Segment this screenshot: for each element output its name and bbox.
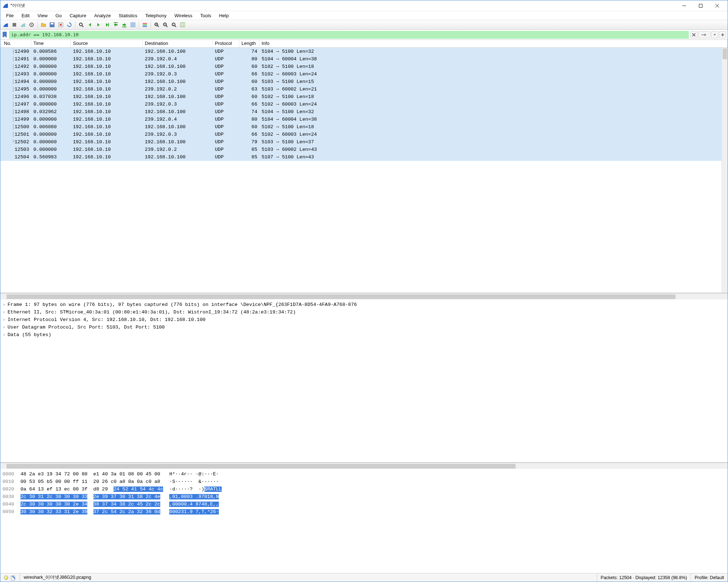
menu-go[interactable]: Go — [52, 12, 65, 19]
auto-scroll-button[interactable] — [129, 21, 137, 29]
hex-row[interactable]: 00402c 30 30 30 30 30 2e 34 38 37 34 38 … — [3, 500, 725, 508]
col-len[interactable]: Length — [239, 40, 259, 47]
packet-row[interactable]: │124990.000000192.168.10.10239.192.0.4UD… — [0, 116, 728, 123]
menu-analyze[interactable]: Analyze — [91, 12, 114, 19]
apply-filter-button[interactable] — [698, 31, 710, 38]
zoom-out-button[interactable] — [161, 21, 169, 29]
details-hscroll[interactable] — [0, 463, 728, 469]
svg-rect-1 — [699, 4, 702, 7]
go-forward-button[interactable] — [95, 21, 102, 29]
status-profile-label: Profile: Default — [695, 575, 724, 580]
hex-row[interactable]: 00302c 30 31 2c 30 30 30 33 2e 39 37 30 … — [3, 493, 725, 500]
packet-bytes-pane[interactable]: 000048 2a e3 19 34 72 00 80 e1 40 3a 01 … — [0, 469, 728, 573]
packet-row[interactable]: │124910.000000192.168.10.10239.192.0.4UD… — [0, 55, 728, 63]
packet-row[interactable]: │124960.037038192.168.10.10192.168.10.10… — [0, 93, 728, 101]
menu-help[interactable]: Help — [216, 12, 232, 19]
close-button[interactable] — [709, 0, 725, 11]
svg-rect-22 — [143, 24, 147, 25]
detail-line[interactable]: Data (55 bytes) — [3, 331, 725, 339]
close-file-button[interactable] — [57, 21, 65, 29]
window-title: *이더넷 — [10, 3, 676, 9]
go-to-packet-button[interactable] — [103, 21, 111, 29]
svg-rect-21 — [143, 23, 147, 24]
menu-capture[interactable]: Capture — [66, 12, 90, 19]
menu-statistics[interactable]: Statistics — [115, 12, 141, 19]
menu-edit[interactable]: Edit — [18, 12, 33, 19]
packet-list-pane[interactable]: No. Time Source Destination Protocol Len… — [0, 40, 728, 293]
menu-wireless[interactable]: Wireless — [171, 12, 196, 19]
titlebar: *이더넷 — [0, 0, 728, 11]
detail-line[interactable]: Ethernet II, Src: STMicroe_40:3a:01 (00:… — [3, 308, 725, 316]
detail-line[interactable]: Internet Protocol Version 4, Src: 192.16… — [3, 316, 725, 323]
hex-row[interactable]: 000048 2a e3 19 34 72 00 80 e1 40 3a 01 … — [3, 470, 725, 478]
hex-row[interactable]: 00200a 64 13 ef 13 ec 00 3f d8 29 24 52 … — [3, 485, 725, 493]
menu-file[interactable]: File — [3, 12, 17, 19]
status-expert[interactable] — [0, 573, 20, 582]
packet-row[interactable]: │124930.000000192.168.10.10239.192.0.3UD… — [0, 70, 728, 78]
open-file-button[interactable] — [40, 21, 47, 29]
zoom-reset-button[interactable]: 1 — [170, 21, 178, 29]
menubar: FileEditViewGoCaptureAnalyzeStatisticsTe… — [0, 11, 728, 20]
packet-row[interactable]: └125020.000000192.168.10.10192.168.10.10… — [0, 138, 728, 146]
bookmark-icon[interactable] — [2, 31, 8, 38]
svg-point-6 — [31, 24, 32, 25]
app-window: *이더넷 FileEditViewGoCaptureAnalyzeStatist… — [0, 0, 728, 582]
reload-button[interactable] — [65, 21, 73, 29]
zoom-in-button[interactable] — [153, 21, 161, 29]
toolbar: 1 — [0, 20, 728, 30]
packet-row[interactable]: │124980.032962192.168.10.10192.168.10.10… — [0, 108, 728, 116]
svg-text:1: 1 — [173, 24, 174, 26]
statusbar: wireshark_이더넷J86G20.pcapng Packets: 1250… — [0, 573, 728, 582]
packet-list-hscroll[interactable] — [0, 293, 728, 299]
hex-row[interactable]: 005030 30 30 32 33 31 2e 39 37 2c 54 2c … — [3, 508, 725, 516]
packet-row[interactable]: │124920.000000192.168.10.10192.168.10.10… — [0, 63, 728, 70]
stop-capture-button[interactable] — [10, 21, 18, 29]
packet-list-header[interactable]: No. Time Source Destination Protocol Len… — [0, 40, 728, 48]
packet-row[interactable]: │124970.000000192.168.10.10239.192.0.3UD… — [0, 101, 728, 108]
packet-row[interactable]: 125030.000000192.168.10.10239.192.0.2UDP… — [0, 146, 728, 153]
col-proto[interactable]: Protocol — [213, 40, 239, 47]
packet-list-vscroll[interactable] — [722, 48, 728, 293]
detail-line[interactable]: Frame 1: 97 bytes on wire (776 bits), 97… — [3, 301, 725, 308]
status-file[interactable]: wireshark_이더넷J86G20.pcapng — [20, 573, 597, 582]
col-dst[interactable]: Destination — [143, 40, 213, 47]
capture-options-button[interactable] — [28, 21, 36, 29]
col-src[interactable]: Source — [71, 40, 143, 47]
packet-row[interactable]: ├124900.008586192.168.10.10192.168.10.10… — [0, 48, 728, 55]
packet-row[interactable]: │125000.006080192.168.10.10192.168.10.10… — [0, 123, 728, 131]
menu-tools[interactable]: Tools — [197, 12, 215, 19]
col-info[interactable]: Info — [259, 40, 728, 47]
svg-rect-34 — [180, 23, 185, 27]
col-time[interactable]: Time — [31, 40, 71, 47]
hex-row[interactable]: 001000 53 05 b5 00 00 ff 11 20 26 c0 a8 … — [3, 478, 725, 485]
edit-capture-comment-icon[interactable] — [10, 575, 16, 581]
packet-row[interactable]: │124950.000000192.168.10.10239.192.0.2UD… — [0, 85, 728, 93]
colorize-button[interactable] — [141, 21, 149, 29]
add-filter-button[interactable] — [719, 31, 726, 38]
start-capture-button[interactable] — [2, 21, 10, 29]
go-back-button[interactable] — [86, 21, 94, 29]
packet-row[interactable]: │125010.000000192.168.10.10239.192.0.3UD… — [0, 131, 728, 138]
packet-details-pane[interactable]: Frame 1: 97 bytes on wire (776 bits), 97… — [0, 299, 728, 463]
restart-capture-button[interactable] — [19, 21, 27, 29]
menu-view[interactable]: View — [34, 12, 51, 19]
svg-line-13 — [82, 25, 83, 27]
svg-rect-4 — [13, 23, 16, 27]
minimize-button[interactable] — [676, 0, 692, 11]
save-file-button[interactable] — [48, 21, 56, 29]
status-profile[interactable]: Profile: Default — [691, 573, 728, 582]
maximize-button[interactable] — [692, 0, 709, 11]
filter-history-button[interactable] — [711, 31, 718, 38]
go-last-button[interactable] — [120, 21, 128, 29]
packet-row[interactable]: 125040.560983192.168.10.10192.168.10.100… — [0, 153, 728, 161]
resize-columns-button[interactable] — [179, 21, 186, 29]
go-first-button[interactable] — [112, 21, 120, 29]
display-filter-input[interactable] — [9, 31, 689, 39]
detail-line[interactable]: User Datagram Protocol, Src Port: 5103, … — [3, 323, 725, 331]
find-button[interactable] — [77, 21, 85, 29]
col-no[interactable]: No. — [2, 40, 31, 47]
menu-telephony[interactable]: Telephony — [142, 12, 170, 19]
clear-filter-button[interactable] — [690, 31, 697, 38]
packet-row[interactable]: │124940.000000192.168.10.10192.168.10.10… — [0, 78, 728, 85]
svg-rect-23 — [143, 26, 147, 27]
